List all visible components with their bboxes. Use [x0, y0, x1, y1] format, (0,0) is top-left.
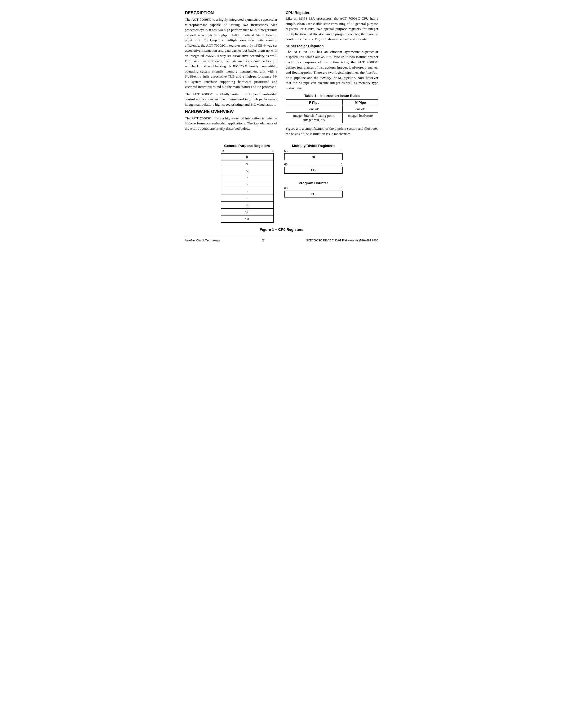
gpr-title: General Purpose Registers: [224, 144, 270, 148]
lo-register: LO: [284, 167, 343, 174]
table-col-mpipe: M Pipe: [343, 100, 378, 106]
gpr-range-right: 0: [272, 149, 274, 153]
table-col-fpipe: F Pipe: [286, 100, 343, 106]
footer-page-number: 2: [262, 238, 264, 242]
cpu-registers-para: Like all MIPS ISA processors, the ACT 70…: [286, 16, 378, 42]
gpr-row-dot3: •: [221, 188, 273, 195]
footer-doc-info: SCD7000SC REV B 7/30/01 Plainview NY (51…: [306, 239, 378, 242]
footer-company: Aeroflex Circuit Technology: [185, 239, 220, 242]
instruction-issue-table: F Pipe M Pipe one of: one of: integer, b…: [286, 99, 378, 123]
lo-range: 63 0: [284, 162, 343, 167]
hi-range-left: 63: [284, 149, 288, 153]
gpr-row-dot1: •: [221, 174, 273, 181]
gpr-group: General Purpose Registers 63 0 0 r1 r2 •…: [221, 144, 274, 223]
description-para-1: The ACT 7000SC is a highly integrated sy…: [185, 17, 277, 89]
page-footer: Aeroflex Circuit Technology 2 SCD7000SC …: [185, 237, 378, 242]
hi-subgroup: 63 0 HI: [284, 149, 343, 160]
pc-title: Program Counter: [299, 181, 328, 185]
table-cell: one of:: [343, 106, 378, 113]
pc-group: Program Counter 63 0 PC: [284, 181, 343, 197]
hi-range: 63 0: [284, 149, 343, 153]
superscalar-dispatch-para-1: The ACT 7000SC has an efficient symmetri…: [286, 49, 378, 91]
table1-title: Table 1 – Instruction Issue Rules: [286, 94, 378, 98]
table-cell: integer, branch, floating-point,integer …: [286, 113, 343, 123]
gpr-row-r30: r30: [221, 209, 273, 215]
diagrams-section: General Purpose Registers 63 0 0 r1 r2 •…: [185, 144, 378, 223]
gpr-row-dot4: •: [221, 195, 273, 202]
muldiv-title: Multiply/Divide Registers: [292, 144, 335, 148]
gpr-row-0: 0: [221, 154, 273, 160]
hardware-overview-heading: HARDWARE OVERVIEW: [185, 109, 277, 114]
table-row: one of: one of:: [286, 106, 378, 113]
hardware-overview-para-1: The ACT 7000SC offers a high-level of in…: [185, 116, 277, 131]
hi-register: HI: [284, 153, 343, 160]
table-row: integer, branch, floating-point,integer …: [286, 113, 378, 123]
description-para-2: The ACT 7000SC is ideally suited for hig…: [185, 92, 277, 107]
pc-range: 63 0: [284, 186, 343, 190]
pc-range-right: 0: [341, 186, 343, 190]
gpr-row-r29: r29: [221, 202, 273, 209]
superscalar-dispatch-para-2: Figure 2 is a simplification of the pipe…: [286, 126, 378, 136]
figure-caption: Figure 1 – CP0 Registers: [185, 227, 378, 232]
right-registers: Multiply/Divide Registers 63 0 HI 63 0 L…: [284, 144, 343, 197]
pc-register: PC: [284, 191, 343, 197]
superscalar-dispatch-heading: Superscalar Dispatch: [286, 44, 378, 48]
gpr-row-r1: r1: [221, 160, 273, 167]
hi-range-right: 0: [341, 149, 343, 153]
cpu-registers-heading: CPU Registers: [286, 11, 378, 15]
muldiv-group: Multiply/Divide Registers 63 0 HI 63 0 L…: [284, 144, 343, 176]
lo-subgroup: 63 0 LO: [284, 162, 343, 174]
gpr-box: 0 r1 r2 • • • • r29 r30 r31: [221, 153, 274, 223]
lo-range-left: 63: [284, 162, 288, 167]
description-heading: DESCRIPTION: [185, 11, 277, 15]
gpr-row-dot2: •: [221, 181, 273, 188]
lo-range-right: 0: [341, 162, 343, 167]
pc-range-left: 63: [284, 186, 288, 190]
gpr-row-r2: r2: [221, 167, 273, 174]
gpr-row-r31: r31: [221, 215, 273, 222]
gpr-range-left: 63: [221, 149, 224, 153]
table-cell: one of:: [286, 106, 343, 113]
table-cell: integer, load/store: [343, 113, 378, 123]
